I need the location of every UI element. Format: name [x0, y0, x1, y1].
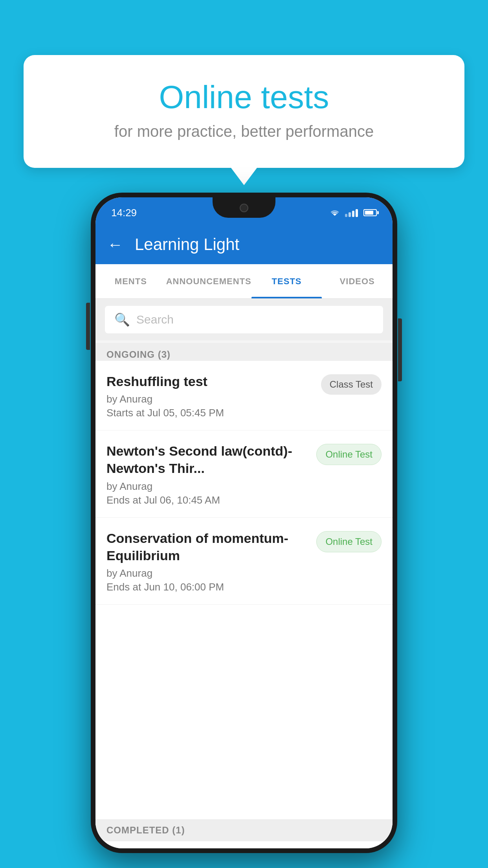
app-bar: ← Learning Light: [95, 225, 393, 264]
test-badge-2: Online Test: [316, 444, 382, 465]
status-time: 14:29: [111, 204, 137, 219]
test-item[interactable]: Reshuffling test by Anurag Starts at Jul…: [95, 361, 393, 430]
phone-screen: 14:29: [95, 197, 393, 848]
test-badge-1: Class Test: [321, 374, 382, 395]
camera-dot: [240, 204, 248, 212]
bubble-subtitle: for more practice, better performance: [55, 123, 433, 140]
phone-notch: [213, 197, 275, 218]
completed-section-title: COMPLETED (1): [106, 825, 185, 835]
phone-device: 14:29: [91, 193, 397, 853]
tab-tests[interactable]: TESTS: [251, 264, 322, 298]
search-bar[interactable]: 🔍 Search: [105, 306, 383, 333]
test-badge-3: Online Test: [316, 531, 382, 552]
test-info-3: Conservation of momentum-Equilibrium by …: [106, 530, 316, 593]
signal-icon: [345, 208, 358, 217]
tab-announcements[interactable]: ANNOUNCEMENTS: [166, 264, 251, 298]
test-author-1: by Anurag: [106, 393, 313, 405]
bubble-title: Online tests: [55, 79, 433, 116]
battery-icon: [363, 209, 377, 216]
tabs-bar: MENTS ANNOUNCEMENTS TESTS VIDEOS: [95, 264, 393, 299]
test-name-3: Conservation of momentum-Equilibrium: [106, 530, 308, 564]
search-container: 🔍 Search: [95, 299, 393, 340]
test-time-1: Starts at Jul 05, 05:45 PM: [106, 407, 313, 419]
test-name-2: Newton's Second law(contd)-Newton's Thir…: [106, 442, 308, 477]
test-item[interactable]: Conservation of momentum-Equilibrium by …: [95, 518, 393, 605]
test-info-2: Newton's Second law(contd)-Newton's Thir…: [106, 442, 316, 506]
search-icon: 🔍: [114, 312, 130, 327]
tab-ments[interactable]: MENTS: [95, 264, 166, 298]
test-name-1: Reshuffling test: [106, 373, 313, 390]
completed-section-header: COMPLETED (1): [95, 819, 393, 841]
test-author-2: by Anurag: [106, 480, 308, 493]
test-item[interactable]: Newton's Second law(contd)-Newton's Thir…: [95, 430, 393, 517]
wifi-icon: [328, 208, 341, 217]
tests-list: Reshuffling test by Anurag Starts at Jul…: [95, 361, 393, 848]
test-author-3: by Anurag: [106, 567, 308, 579]
speech-bubble: Online tests for more practice, better p…: [24, 55, 464, 168]
back-button[interactable]: ←: [107, 236, 123, 254]
tab-videos[interactable]: VIDEOS: [322, 264, 393, 298]
search-input[interactable]: Search: [136, 313, 174, 326]
phone-body: 14:29: [91, 193, 397, 853]
app-title: Learning Light: [135, 235, 239, 254]
test-info-1: Reshuffling test by Anurag Starts at Jul…: [106, 373, 321, 419]
status-icons: [328, 205, 377, 217]
test-time-3: Ends at Jun 10, 06:00 PM: [106, 581, 308, 593]
test-time-2: Ends at Jul 06, 10:45 AM: [106, 494, 308, 506]
ongoing-section-title: ONGOING (3): [106, 349, 171, 360]
